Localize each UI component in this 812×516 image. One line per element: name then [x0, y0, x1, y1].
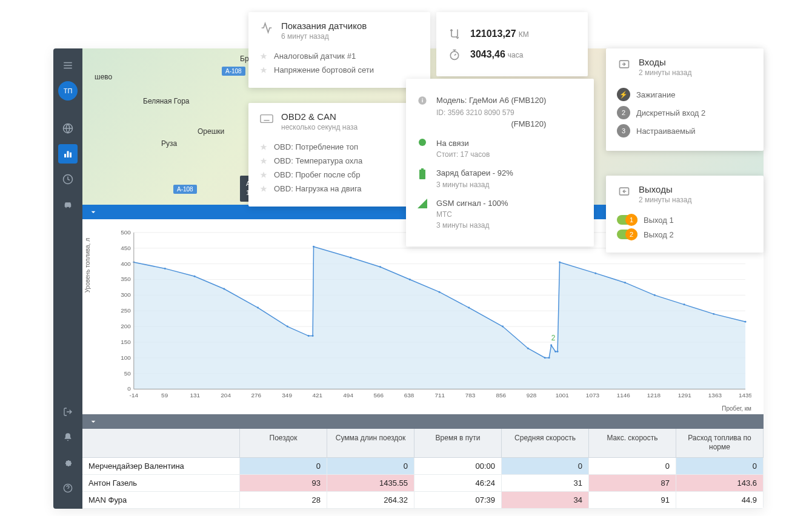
svg-point-60	[312, 335, 314, 337]
car-icon[interactable]	[58, 195, 78, 214]
stats-card: 121013,27КМ 3043,46часа	[436, 12, 588, 76]
table-cell: 264.32	[327, 492, 414, 508]
help-icon[interactable]	[58, 478, 78, 498]
column-header[interactable]	[82, 429, 240, 457]
chevron-down-icon	[88, 417, 98, 426]
sensor-item[interactable]: Аналоговый датчик #1	[259, 51, 419, 61]
svg-text:450: 450	[121, 244, 131, 251]
chevron-down-icon	[88, 207, 98, 217]
hours-value: 3043,46	[470, 49, 505, 59]
svg-point-59	[308, 335, 310, 337]
input-number-icon: 3	[617, 124, 630, 137]
svg-point-56	[223, 288, 225, 289]
svg-text:928: 928	[527, 392, 537, 399]
star-icon	[259, 52, 268, 61]
column-header[interactable]: Поездок	[240, 429, 327, 457]
svg-point-74	[559, 261, 561, 263]
globe-icon[interactable]	[58, 119, 78, 138]
svg-point-77	[654, 294, 656, 296]
card-subtitle: 6 минут назад	[281, 32, 367, 41]
table-header: ПоездокСумма длин поездокВремя в путиСре…	[82, 429, 764, 458]
table-cell: 0	[676, 458, 764, 474]
output-icon	[617, 184, 631, 199]
svg-point-69	[544, 357, 546, 359]
table-cell: 0	[589, 458, 676, 474]
svg-point-57	[257, 306, 259, 308]
svg-point-90	[450, 51, 458, 59]
column-header[interactable]: Сумма длин поездок	[327, 429, 414, 457]
outputs-card: Выходы 2 минуты назад 1Выход 12Выход 2	[606, 176, 764, 253]
column-header[interactable]: Средняя скорость	[502, 429, 589, 457]
column-header[interactable]: Макс. скорость	[589, 429, 676, 457]
collapse-table-toggle[interactable]	[82, 414, 764, 429]
table-cell: 44.9	[676, 492, 764, 508]
obd-item[interactable]: OBD: Нагрузка на двига	[259, 184, 419, 193]
table-row[interactable]: MAN Фура28264.3207:39349144.9	[82, 492, 764, 509]
gear-icon[interactable]	[58, 453, 78, 472]
bell-icon[interactable]	[58, 428, 78, 447]
toggle-switch[interactable]: 2	[617, 230, 637, 239]
table-cell: 143.6	[676, 475, 764, 491]
column-header[interactable]: Расход топлива по норме	[676, 429, 764, 457]
svg-point-71	[550, 344, 552, 346]
svg-text:1001: 1001	[556, 392, 570, 399]
svg-rect-97	[421, 168, 424, 170]
info-icon: i	[417, 96, 428, 105]
obd-item[interactable]: OBD: Потребление топ	[259, 142, 419, 151]
output-item[interactable]: 1Выход 1	[617, 215, 753, 225]
table-cell: 00:00	[414, 458, 502, 474]
activity-icon	[259, 21, 274, 35]
obd-item[interactable]: OBD: Температура охла	[259, 156, 419, 165]
chart-icon[interactable]	[58, 144, 78, 164]
table-cell: 31	[502, 475, 589, 491]
table-row[interactable]: Мерчендайзер Валентина0000:00000	[82, 458, 764, 475]
table-cell: 46:24	[414, 475, 502, 491]
chart-svg: 050100150200250300350400450500-145913120…	[113, 225, 751, 408]
svg-text:250: 250	[121, 307, 131, 314]
output-item[interactable]: 2Выход 2	[617, 230, 753, 239]
input-item[interactable]: ⚡Зажигание	[617, 88, 753, 101]
svg-text:204: 204	[221, 392, 231, 399]
svg-text:566: 566	[373, 392, 384, 399]
svg-text:276: 276	[251, 392, 261, 399]
route-icon	[447, 27, 462, 41]
exit-icon[interactable]	[58, 402, 78, 422]
menu-icon[interactable]	[58, 56, 78, 75]
svg-point-76	[624, 282, 626, 283]
svg-text:349: 349	[282, 392, 292, 399]
table-row[interactable]: Антон Газель931435.5546:243187143.6	[82, 475, 764, 492]
card-title: Выходы	[639, 184, 691, 194]
toggle-switch[interactable]: 1	[617, 215, 637, 225]
input-item[interactable]: 2Дискретный вход 2	[617, 106, 753, 119]
chart-xlabel: Пробег, км	[722, 405, 751, 412]
svg-point-67	[502, 325, 504, 327]
row-name: Антон Газель	[82, 475, 240, 491]
svg-point-73	[557, 351, 559, 352]
column-header[interactable]: Время в пути	[414, 429, 502, 457]
svg-text:494: 494	[343, 392, 353, 399]
inputs-card: Входы 2 минуты назад ⚡Зажигание2Дискретн…	[606, 48, 764, 151]
svg-point-58	[287, 325, 288, 327]
svg-text:856: 856	[496, 392, 506, 399]
svg-rect-96	[419, 170, 425, 179]
obd-item[interactable]: OBD: Пробег после сбр	[259, 170, 419, 179]
user-avatar[interactable]: ТП	[58, 81, 78, 101]
svg-text:50: 50	[124, 369, 131, 376]
odometer-value: 121013,27	[470, 28, 516, 39]
keyboard-icon	[259, 111, 274, 126]
card-subtitle: несколько секунд наза	[281, 123, 358, 131]
device-card: i Модель: ГдеМои A6 (FMB120) ID: 3596 32…	[406, 79, 594, 246]
table-cell: 91	[589, 492, 676, 508]
svg-line-93	[454, 54, 456, 56]
clock-icon[interactable]	[58, 170, 78, 189]
svg-point-64	[409, 279, 411, 280]
stopwatch-icon	[447, 47, 462, 62]
svg-point-79	[713, 313, 714, 315]
sensor-item[interactable]: Напряжение бортовой сети	[259, 65, 419, 74]
star-icon	[259, 66, 268, 74]
input-item[interactable]: 3Настраиваемый	[617, 124, 753, 137]
svg-text:1073: 1073	[586, 392, 600, 399]
input-number-icon: 2	[617, 106, 630, 119]
svg-text:1291: 1291	[678, 392, 692, 399]
svg-text:-14: -14	[130, 392, 139, 399]
